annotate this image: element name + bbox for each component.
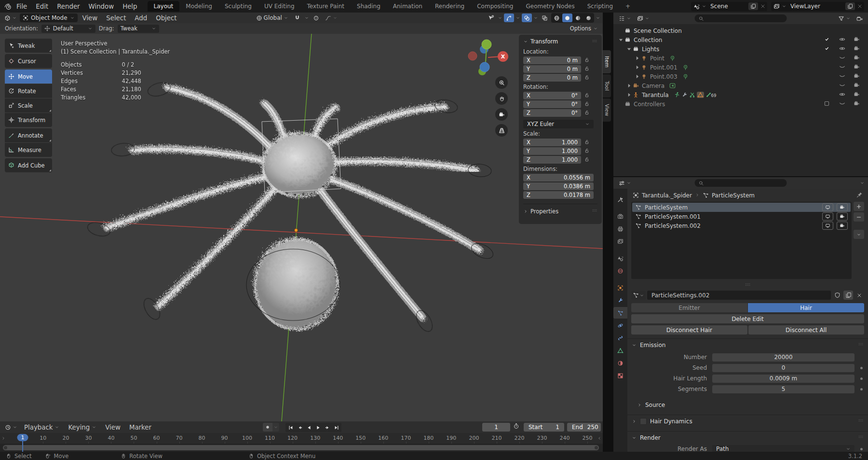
lock-toggle[interactable] xyxy=(584,156,590,164)
timeline-collapse-left[interactable] xyxy=(1,435,6,442)
field-input[interactable]: 0 xyxy=(712,364,854,372)
workspace-tab-texture-paint[interactable]: Texture Paint xyxy=(301,1,351,12)
lock-toggle[interactable] xyxy=(584,139,590,146)
outliner-filter-mode-button[interactable] xyxy=(635,15,651,22)
pan-button[interactable] xyxy=(495,92,508,105)
record-button[interactable] xyxy=(263,423,272,432)
tool-tweak-button[interactable]: Tweak xyxy=(5,39,52,53)
topbar-menu-help[interactable]: Help xyxy=(118,1,141,12)
properties-tab-view-layer[interactable] xyxy=(613,236,627,247)
play-reverse-button[interactable] xyxy=(304,423,313,432)
camera-render-toggle[interactable] xyxy=(854,100,860,108)
transform-rotation-x-field[interactable]: X0° xyxy=(523,92,581,99)
play-button[interactable] xyxy=(313,423,323,432)
add-workspace-button[interactable]: + xyxy=(619,1,637,12)
close-icon[interactable] xyxy=(857,3,863,9)
tool-cursor-button[interactable]: Cursor xyxy=(5,54,52,68)
frame-start-field[interactable]: Start1 xyxy=(524,423,564,432)
eye-closed-toggle[interactable] xyxy=(839,82,845,90)
new-collection-button[interactable] xyxy=(854,14,865,23)
remove-particle-system-button[interactable] xyxy=(854,212,864,222)
previous-keyframe-button[interactable] xyxy=(295,423,304,432)
properties-tab-tool[interactable] xyxy=(613,194,627,205)
eye-closed-toggle[interactable] xyxy=(839,64,845,71)
next-keyframe-button[interactable] xyxy=(323,423,332,432)
transform-scale-z-field[interactable]: Z1.000 xyxy=(523,156,581,164)
particle-system-row-2[interactable]: ParticleSystem.002 xyxy=(632,221,851,230)
disclosure-closed-icon[interactable] xyxy=(625,91,633,98)
timeline-ruler[interactable]: 1020304050607080901001101201301401501601… xyxy=(0,433,603,444)
disclosure-closed-icon[interactable] xyxy=(634,64,641,71)
gizmo-x-neg[interactable] xyxy=(468,52,477,60)
particle-system-row-0[interactable]: ParticleSystem xyxy=(632,203,851,212)
outliner-row-point[interactable]: Point xyxy=(613,54,868,63)
unlink-settings-button[interactable] xyxy=(854,291,864,300)
show-gizmo-toggle[interactable] xyxy=(504,14,514,22)
transform-scale-x-field[interactable]: X1.000 xyxy=(523,139,581,146)
timeline-menu-playback[interactable]: Playback xyxy=(20,423,63,432)
lock-toggle[interactable] xyxy=(584,148,590,155)
gizmo-z-axis[interactable] xyxy=(480,62,489,72)
source-panel-header[interactable]: Source xyxy=(627,399,868,411)
viewport-menu-add[interactable]: Add xyxy=(131,14,151,23)
render-panel-header[interactable]: Render xyxy=(627,432,868,444)
particle-settings-name-field[interactable]: ParticleSettings.002 xyxy=(647,291,831,300)
camera-render-toggle[interactable] xyxy=(854,55,860,62)
list-resize-grip[interactable] xyxy=(627,279,868,289)
workspace-tab-modeling[interactable]: Modeling xyxy=(179,1,218,12)
proportional-editing-toggle[interactable] xyxy=(311,14,321,22)
transform-dimensions-x-field[interactable]: X0.0556 m xyxy=(523,174,594,181)
pin-id-button[interactable] xyxy=(856,192,863,199)
new-viewlayer-button[interactable] xyxy=(845,2,855,10)
disclosure-closed-icon[interactable] xyxy=(625,82,633,89)
drag-select[interactable]: Tweak xyxy=(118,25,159,33)
disclosure-closed-icon[interactable] xyxy=(634,73,641,80)
transform-rotation-z-field[interactable]: Z0° xyxy=(523,109,581,117)
sidebar-tab-view[interactable]: View xyxy=(603,98,611,122)
properties-tab-output[interactable] xyxy=(613,223,627,235)
animate-dot[interactable] xyxy=(860,388,863,390)
current-frame-field[interactable]: 1 xyxy=(482,423,510,432)
type-hair-button[interactable]: Hair xyxy=(748,303,864,312)
animate-dot[interactable] xyxy=(860,448,863,450)
outliner-search-input[interactable] xyxy=(695,14,787,22)
disconnect-all-button[interactable]: Disconnect All xyxy=(748,325,865,335)
viewport-menu-view[interactable]: View xyxy=(79,14,102,23)
mode-select[interactable]: Object Mode xyxy=(20,14,78,22)
disclosure-open-icon[interactable] xyxy=(625,45,633,53)
orientation-default-select[interactable]: Default xyxy=(41,25,95,33)
outliner-filter-button[interactable] xyxy=(836,15,853,22)
lock-toggle[interactable] xyxy=(584,101,590,108)
workspace-tab-compositing[interactable]: Compositing xyxy=(471,1,519,12)
outliner-row-controllers[interactable]: Controllers xyxy=(613,99,868,109)
zoom-button[interactable] xyxy=(495,76,508,89)
new-scene-button[interactable] xyxy=(748,2,758,10)
snap-toggle[interactable] xyxy=(292,14,302,22)
checkbox-on-toggle[interactable] xyxy=(824,36,830,44)
viewport-menu-object[interactable]: Object xyxy=(152,14,180,23)
properties-tab-texture[interactable] xyxy=(613,370,627,381)
shading-solid-button[interactable] xyxy=(562,14,572,22)
tool-measure-button[interactable]: Measure xyxy=(5,143,52,157)
tool-transform-button[interactable]: Transform xyxy=(5,113,52,127)
camera-render-toggle[interactable] xyxy=(854,36,860,44)
eye-open-toggle[interactable] xyxy=(839,36,845,44)
blender-logo-icon[interactable] xyxy=(4,2,12,11)
timeline-collapse-right[interactable] xyxy=(597,435,602,442)
topbar-menu-edit[interactable]: Edit xyxy=(31,1,53,12)
lock-toggle[interactable] xyxy=(584,110,590,117)
jump-to-start-button[interactable] xyxy=(286,423,295,432)
particles-viewport-toggle[interactable] xyxy=(822,212,833,221)
sidebar-tab-item[interactable]: Item xyxy=(603,50,611,73)
outliner-row-point-003[interactable]: Point.003 xyxy=(613,72,868,81)
topbar-menu-file[interactable]: File xyxy=(12,1,31,12)
outliner-row-scene-collection[interactable]: Scene Collection xyxy=(613,26,868,35)
properties-tab-material[interactable] xyxy=(613,357,627,369)
jump-to-end-button[interactable] xyxy=(332,423,341,432)
disclosure-open-icon[interactable] xyxy=(617,36,624,43)
emission-panel-header[interactable]: Emission xyxy=(627,339,868,351)
camera-render-toggle[interactable] xyxy=(854,91,860,99)
particle-settings-browse-button[interactable] xyxy=(631,291,646,300)
properties-tab-render[interactable] xyxy=(613,210,627,222)
lock-toggle[interactable] xyxy=(584,74,590,82)
